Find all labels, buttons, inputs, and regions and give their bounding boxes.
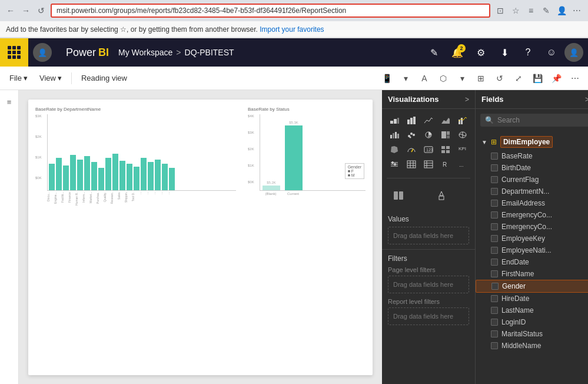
field-checkbox[interactable] (491, 307, 498, 314)
field-item-gender[interactable]: Gender (476, 280, 588, 293)
toolbar-text-icon[interactable]: A (416, 70, 433, 87)
field-checkbox[interactable] (491, 270, 498, 277)
field-checkbox[interactable] (491, 188, 498, 195)
toolbar-chevron2[interactable]: ▾ (454, 70, 470, 87)
viz-scatter-icon[interactable] (404, 128, 419, 141)
field-checkbox[interactable] (491, 247, 498, 254)
toolbar-grid-icon[interactable]: ⊞ (473, 70, 489, 87)
field-item-emergencyco2[interactable]: EmergencyCo... (476, 221, 588, 233)
pencil-icon-btn[interactable]: ✎ (423, 42, 444, 63)
field-item-enddate[interactable]: EndDate (476, 256, 588, 268)
viz-card-icon[interactable]: 123 (421, 143, 436, 156)
viz-map-icon[interactable] (455, 128, 470, 141)
viz-table-icon[interactable] (404, 158, 419, 171)
field-item-emergencyco1[interactable]: EmergencyCo... (476, 209, 588, 221)
field-checkbox[interactable] (491, 283, 499, 290)
toolbar-expand-icon[interactable]: ⤢ (510, 70, 527, 87)
field-checkbox[interactable] (491, 200, 498, 207)
drag-page-filters-area[interactable]: Drag data fields here (388, 276, 469, 293)
viz-fields-icon[interactable] (387, 186, 410, 206)
field-item-employeekey[interactable]: EmployeeKey (476, 233, 588, 244)
viz-area-chart-icon[interactable] (438, 114, 453, 127)
view-menu[interactable]: View ▾ (35, 71, 67, 85)
field-checkbox[interactable] (491, 342, 498, 349)
user-avatar-header[interactable]: 👤 (33, 43, 52, 62)
field-item-currentflag[interactable]: CurrentFlag (476, 174, 588, 186)
viz-gauge-icon[interactable] (404, 143, 419, 156)
field-checkbox[interactable] (491, 176, 498, 183)
field-item-birthdate[interactable]: BirthDate (476, 162, 588, 174)
field-item-maritalstatus[interactable]: MaritalStatus (476, 328, 588, 340)
sidebar-toggle[interactable]: ≡ (2, 95, 16, 109)
viz-custom-icon[interactable]: ... (455, 158, 470, 171)
toolbar-visual-icon[interactable]: ⬡ (435, 70, 451, 87)
field-checkbox[interactable] (491, 164, 498, 171)
viz-matrix-icon[interactable] (421, 158, 436, 171)
user-avatar-btn[interactable]: 👤 (564, 43, 583, 62)
file-menu[interactable]: File ▾ (5, 71, 32, 85)
field-checkbox[interactable] (491, 153, 498, 160)
field-checkbox[interactable] (491, 223, 498, 230)
viz-pie-icon[interactable] (421, 128, 436, 141)
field-checkbox[interactable] (491, 235, 498, 242)
field-item-hiredate[interactable]: HireDate (476, 293, 588, 304)
download-btn[interactable]: ⬇ (494, 42, 515, 63)
viz-panel-expand[interactable]: > (465, 95, 469, 104)
field-item-middlename[interactable]: MiddleName (476, 340, 588, 352)
toolbar-refresh-icon[interactable]: ↺ (491, 70, 508, 87)
workspace-link[interactable]: My Workspace (118, 48, 172, 57)
field-item-employeenati[interactable]: EmployeeNati... (476, 244, 588, 256)
viz-slicer-icon[interactable] (387, 158, 402, 171)
search-input[interactable] (497, 116, 586, 124)
star-icon[interactable]: ☆ (509, 4, 522, 17)
viz-format-icon[interactable] (430, 186, 453, 206)
forward-button[interactable]: → (20, 5, 32, 16)
toolbar-more-icon[interactable]: ⋯ (567, 70, 583, 87)
user-icon[interactable]: 👤 (555, 4, 568, 17)
toolbar-pin-icon[interactable]: 📌 (548, 70, 564, 87)
field-item-emailaddress[interactable]: EmailAddress (476, 197, 588, 209)
field-checkbox[interactable] (491, 330, 498, 337)
field-checkbox[interactable] (491, 295, 498, 302)
report-level-filters: Report level filters (388, 298, 469, 305)
field-table-header[interactable]: ▼ ⊞ DimEmployee (476, 134, 588, 150)
bookmark-icon[interactable]: ⊡ (494, 4, 507, 17)
field-item-firstname[interactable]: FirstName (476, 268, 588, 280)
help-btn[interactable]: ? (517, 42, 539, 63)
import-favorites-link[interactable]: Import your favorites (260, 25, 324, 34)
viz-combo-icon[interactable] (455, 114, 470, 127)
smiley-btn[interactable]: ☺ (541, 42, 562, 63)
field-item-baserate[interactable]: BaseRate (476, 150, 588, 162)
field-checkbox[interactable] (491, 211, 498, 219)
toolbar-chevron-down[interactable]: ▾ (397, 70, 414, 87)
toolbar-save-icon[interactable]: 💾 (529, 70, 546, 87)
viz-r-visual-icon[interactable]: R (438, 158, 453, 171)
reading-view-btn[interactable]: Reading view (77, 71, 132, 85)
viz-bar-chart-icon[interactable] (404, 114, 419, 127)
edit-icon[interactable]: ✎ (540, 4, 553, 17)
refresh-button[interactable]: ↺ (35, 5, 47, 16)
drag-values-area[interactable]: Drag data fields here (388, 227, 469, 244)
viz-treemap-icon[interactable] (438, 128, 453, 141)
field-checkbox[interactable] (491, 259, 498, 266)
notification-btn[interactable]: 🔔 2 (447, 42, 468, 63)
menu-icon[interactable]: ≡ (524, 4, 537, 17)
fields-panel-expand[interactable]: > (585, 95, 588, 104)
viz-filled-map-icon[interactable] (387, 143, 402, 156)
more-icon[interactable]: ⋯ (570, 4, 583, 17)
viz-kpi-icon[interactable]: KPI (455, 143, 470, 156)
settings-btn[interactable]: ⚙ (470, 42, 491, 63)
toolbar-phone-icon[interactable]: 📱 (378, 70, 395, 87)
field-item-departmentn[interactable]: DepartmentN... (476, 186, 588, 197)
back-button[interactable]: ← (5, 5, 16, 16)
viz-stacked-bar-icon[interactable] (387, 114, 402, 127)
field-checkbox[interactable] (491, 319, 498, 326)
drag-report-filters-area[interactable]: Drag data fields here (388, 307, 469, 325)
field-item-loginid[interactable]: LoginID (476, 316, 588, 328)
field-item-lastname[interactable]: LastName (476, 304, 588, 316)
report-area[interactable]: BaseRate by DepartmentName $3K $2K $1K $… (19, 90, 382, 384)
address-bar[interactable]: msit.powerbi.com/groups/me/reports/fb23c… (51, 4, 490, 18)
viz-multi-row-card-icon[interactable] (438, 143, 453, 156)
viz-waterfall-icon[interactable] (387, 128, 402, 141)
viz-line-chart-icon[interactable] (421, 114, 436, 127)
